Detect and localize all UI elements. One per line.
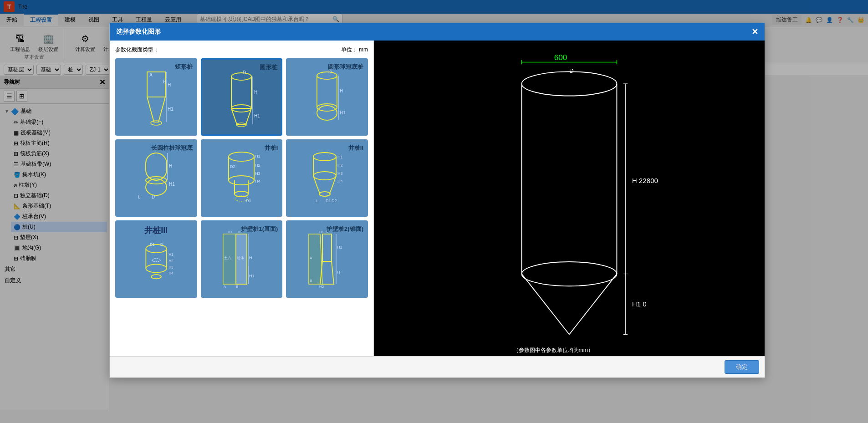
pile-card-retaining1-label: 护壁桩1(直面) <box>241 225 278 233</box>
svg-point-56 <box>319 192 330 196</box>
modal-overlay: 选择参数化图形 ✕ 参数化截面类型： 单位： mm 矩形桩 <box>0 0 868 423</box>
modal-section-label: 参数化截面类型： <box>115 46 159 54</box>
svg-text:H3: H3 <box>168 265 174 270</box>
pile-card-rectangular[interactable]: 矩形桩 A B H H1 <box>115 58 197 136</box>
svg-text:H4: H4 <box>168 271 174 275</box>
svg-text:H2: H2 <box>255 163 260 168</box>
svg-text:H2: H2 <box>337 163 343 168</box>
svg-point-8 <box>151 121 162 125</box>
svg-text:D: D <box>243 70 246 75</box>
svg-text:b: b <box>138 194 141 199</box>
pile-well3-svg: D1 D H1 H2 H3 H4 <box>136 240 177 293</box>
svg-text:H1: H1 <box>168 107 174 112</box>
svg-text:H4: H4 <box>337 179 343 183</box>
svg-text:H1: H1 <box>249 274 255 278</box>
pile-card-spherical[interactable]: 圆形球冠底桩 D H H1 <box>286 58 368 136</box>
pile-selection-grid: 矩形桩 A B H H1 <box>115 58 368 298</box>
svg-text:（参数图中各参数单位均为mm）: （参数图中各参数单位均为mm） <box>513 347 594 353</box>
modal-close-icon[interactable]: ✕ <box>751 27 758 37</box>
svg-text:H3: H3 <box>255 171 260 176</box>
svg-point-68 <box>152 259 160 262</box>
pile-retaining2-svg: A B D1 D H1 H H2 <box>306 229 347 289</box>
svg-text:B: B <box>236 285 238 289</box>
pile-card-well2[interactable]: 井桩II H1 H2 H3 H4 <box>286 139 368 217</box>
svg-text:H3: H3 <box>337 171 343 176</box>
modal-title: 选择参数化图形 <box>116 28 161 36</box>
modal-unit-label: 单位： mm <box>341 46 368 54</box>
svg-text:D: D <box>160 243 163 247</box>
svg-point-64 <box>146 245 166 253</box>
svg-text:H  22800: H 22800 <box>632 177 658 184</box>
pile-well2-svg: H1 H2 H3 H4 L D1 D2 <box>306 148 347 208</box>
pile-retaining1-svg: 土方 桩体 D1 D H H1 A B <box>221 229 262 289</box>
cad-svg: 600 D H 22800 <box>374 41 765 356</box>
svg-text:L: L <box>316 199 318 203</box>
svg-point-107 <box>522 71 617 96</box>
svg-point-20 <box>317 72 337 79</box>
svg-text:H: H <box>168 82 171 87</box>
pile-well1-svg: H1 H2 H3 H4 D1 D2 <box>221 148 262 208</box>
svg-point-110 <box>522 262 617 286</box>
svg-text:B: B <box>310 279 312 283</box>
svg-text:D1: D1 <box>319 230 324 234</box>
pile-card-rectangular-label: 矩形桩 <box>175 63 193 71</box>
svg-text:H: H <box>337 270 340 275</box>
modal-left: 参数化截面类型： 单位： mm 矩形桩 A B H <box>110 41 374 356</box>
pile-card-well1-label: 井桩I <box>265 144 278 152</box>
svg-line-111 <box>522 274 569 335</box>
pile-card-well1[interactable]: 井桩I H1 H2 H3 <box>201 139 283 217</box>
pile-card-spherical-label: 圆形球冠底桩 <box>328 63 363 71</box>
svg-text:桩体: 桩体 <box>236 256 244 260</box>
svg-point-52 <box>313 153 336 161</box>
svg-text:D1: D1 <box>326 199 331 203</box>
modal-footer: 确定 <box>110 356 765 377</box>
pile-oval-svg: H H1 b D <box>136 148 177 208</box>
svg-point-69 <box>151 275 161 279</box>
svg-text:D1: D1 <box>228 230 233 234</box>
svg-text:A: A <box>224 285 226 289</box>
svg-text:D1: D1 <box>246 199 251 203</box>
svg-point-32 <box>146 179 167 195</box>
modal-cad-preview: 600 D H 22800 <box>374 41 765 356</box>
svg-text:H2: H2 <box>168 259 174 263</box>
svg-text:H1: H1 <box>168 253 174 257</box>
svg-text:H: H <box>340 88 343 93</box>
modal-dialog: 选择参数化图形 ✕ 参数化截面类型： 单位： mm 矩形桩 <box>109 23 765 378</box>
pile-card-oval[interactable]: 长圆柱桩球冠底 H H1 b D <box>115 139 197 217</box>
svg-text:H: H <box>249 255 252 260</box>
pile-card-well2-label: 井桩II <box>348 144 363 152</box>
svg-marker-1 <box>147 97 165 122</box>
pile-card-retaining2-label: 护壁桩2(锥面) <box>327 225 363 233</box>
svg-line-112 <box>569 274 617 335</box>
svg-text:A: A <box>149 72 153 77</box>
svg-rect-91 <box>322 234 332 261</box>
pile-card-retaining2[interactable]: 护壁桩2(锥面) A B D1 D <box>286 220 368 298</box>
pile-rectangular-svg: A B H H1 <box>136 67 177 127</box>
svg-text:A: A <box>310 256 312 260</box>
svg-point-41 <box>229 176 254 185</box>
pile-card-circular[interactable]: 圆形桩 D H H1 <box>201 58 283 136</box>
modal-header: 选择参数化图形 ✕ <box>110 23 765 41</box>
svg-point-24 <box>317 106 337 120</box>
pile-circular-svg: D H H1 <box>221 67 262 127</box>
svg-point-9 <box>231 73 251 80</box>
svg-text:H: H <box>169 163 172 168</box>
svg-text:D: D <box>152 194 155 199</box>
svg-text:H1: H1 <box>255 154 260 158</box>
svg-text:H1: H1 <box>169 182 175 187</box>
svg-text:土方: 土方 <box>224 256 231 260</box>
svg-text:H1  0: H1 0 <box>632 300 647 308</box>
pile-spherical-svg: D H H1 <box>306 67 347 127</box>
pile-card-well3-label: 井桩III <box>144 225 168 236</box>
svg-text:H4: H4 <box>255 179 260 183</box>
svg-point-38 <box>229 152 254 161</box>
svg-text:H: H <box>254 90 257 95</box>
svg-text:H1: H1 <box>254 113 260 118</box>
pile-card-well3[interactable]: 井桩III D1 D H1 H2 H3 <box>115 220 197 298</box>
svg-text:D2: D2 <box>332 199 337 203</box>
svg-text:H2: H2 <box>319 285 324 289</box>
pile-card-retaining1[interactable]: 护壁桩1(直面) 土方 桩体 D1 D <box>201 220 283 298</box>
confirm-btn[interactable]: 确定 <box>725 360 759 374</box>
svg-text:B: B <box>163 79 166 84</box>
modal-body: 参数化截面类型： 单位： mm 矩形桩 A B H <box>110 41 765 356</box>
